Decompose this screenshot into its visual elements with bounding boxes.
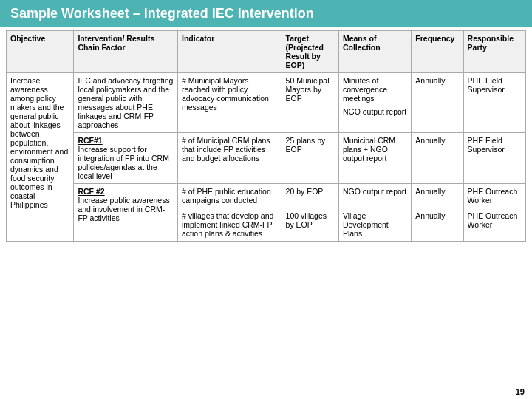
table-row: Increase awareness among policy makers a…: [7, 73, 526, 133]
table-row: RCF#1 Increase support for integration o…: [7, 133, 526, 184]
indicator-cell-4: # villages that develop and implement li…: [177, 208, 282, 242]
means-line-1: Minutes of convergence meetings: [343, 76, 407, 103]
indicator-cell-1: # Municipal Mayors reached with policy a…: [177, 73, 282, 133]
intervention-cell-3: RCF #2 Increase public awareness and inv…: [74, 184, 178, 242]
intervention-text-3: Increase public awareness and involvemen…: [78, 196, 169, 222]
indicator-cell-3: # of PHE public education campaigns cond…: [177, 184, 282, 208]
header-intervention: Intervention/ Results Chain Factor: [74, 31, 178, 73]
table-wrapper: Objective Intervention/ Results Chain Fa…: [0, 27, 532, 386]
frequency-cell-3: Annually: [412, 184, 463, 208]
header-responsible: Responsible Party: [463, 31, 525, 73]
intervention-cell-2: RCF#1 Increase support for integration o…: [74, 133, 178, 184]
target-cell-2: 25 plans by EOP: [282, 133, 338, 184]
responsible-cell-4: PHE Outreach Worker: [463, 208, 525, 242]
responsible-cell-3: PHE Outreach Worker: [463, 184, 525, 208]
responsible-cell-2: PHE Field Supervisor: [463, 133, 525, 184]
means-cell-3: NGO output report: [338, 184, 411, 208]
page: Sample Worksheet – Integrated IEC Interv…: [0, 0, 532, 399]
indicator-cell-2: # of Municipal CRM plans that include FP…: [177, 133, 282, 184]
frequency-cell-1: Annually: [412, 73, 463, 133]
means-line-2: NGO output report: [343, 107, 407, 116]
intervention-label-3: RCF #2: [78, 187, 104, 196]
means-cell-1: Minutes of convergence meetings NGO outp…: [338, 73, 411, 133]
header-objective: Objective: [7, 31, 74, 73]
means-cell-2: Municipal CRM plans + NGO output report: [338, 133, 411, 184]
page-number: 19: [0, 386, 532, 399]
header-frequency: Frequency: [412, 31, 463, 73]
target-cell-4: 100 villages by EOP: [282, 208, 338, 242]
header-means: Means of Collection: [338, 31, 411, 73]
means-cell-4: Village Development Plans: [338, 208, 411, 242]
page-title: Sample Worksheet – Integrated IEC Interv…: [10, 6, 314, 21]
intervention-text-1: IEC and advocacy targeting local policym…: [78, 76, 173, 129]
responsible-cell-1: PHE Field Supervisor: [463, 73, 525, 133]
responsible-text-1: PHE Field Supervisor: [468, 76, 522, 94]
table-row: RCF #2 Increase public awareness and inv…: [7, 184, 526, 208]
objective-cell: Increase awareness among policy makers a…: [7, 73, 74, 242]
intervention-text-2: Increase support for integration of FP i…: [78, 145, 169, 180]
frequency-cell-4: Annually: [412, 208, 463, 242]
header-target: Target (Projected Result by EOP): [282, 31, 338, 73]
header-indicator: Indicator: [177, 31, 282, 73]
frequency-cell-2: Annually: [412, 133, 463, 184]
intervention-cell-1: IEC and advocacy targeting local policym…: [74, 73, 178, 133]
header-row: Objective Intervention/ Results Chain Fa…: [7, 31, 526, 73]
target-cell-3: 20 by EOP: [282, 184, 338, 208]
target-cell-1: 50 Municipal Mayors by EOP: [282, 73, 338, 133]
intervention-label-2: RCF#1: [78, 136, 102, 145]
title-bar: Sample Worksheet – Integrated IEC Interv…: [0, 0, 532, 27]
main-table: Objective Intervention/ Results Chain Fa…: [6, 30, 526, 242]
